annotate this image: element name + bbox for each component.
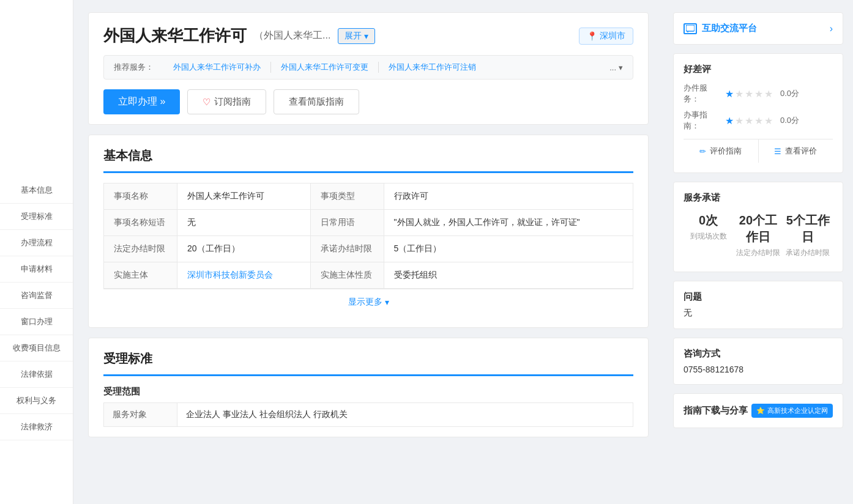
promise-label: 承诺办结时限: [783, 248, 833, 258]
show-more-button[interactable]: 显示更多 ▾: [103, 289, 633, 315]
guide-logo: ⭐ 高新技术企业认定网: [751, 404, 833, 418]
sidebar-item-law[interactable]: 法律依据: [0, 361, 73, 388]
guide-header: 指南下载与分享 ⭐ 高新技术企业认定网: [684, 404, 833, 418]
cell-label: 法定办结时限: [104, 236, 177, 262]
recommend-more[interactable]: ... ▾: [609, 63, 623, 72]
recommend-link-2[interactable]: 外国人来华工作许可变更: [271, 62, 379, 73]
consult-card: 咨询方式 0755-88121678: [673, 338, 843, 385]
legal-label: 法定办结时限: [733, 248, 783, 258]
sidebar: 基本信息 受理标准 办理流程 申请材料 咨询监督 窗口办理 收费项目信息 法律依…: [0, 0, 73, 504]
page-subtitle: （外国人来华工...: [254, 29, 330, 42]
mutual-header: 互助交流平台 ›: [684, 23, 833, 34]
location-pin-icon: 📍: [587, 31, 597, 41]
sidebar-item-process[interactable]: 办理流程: [0, 230, 73, 256]
recommend-link-1[interactable]: 外国人来华工作许可补办: [163, 62, 271, 73]
info-table: 事项名称 外国人来华工作许可 事项类型 行政许可 事项名称短语 无 日常用语 "…: [103, 183, 633, 289]
sidebar-item-fees[interactable]: 收费项目信息: [0, 335, 73, 361]
expand-label: 展开: [345, 31, 362, 42]
accept-table: 服务对象 企业法人 事业法人 社会组织法人 行政机关: [103, 402, 633, 427]
accept-title: 受理标准: [103, 350, 633, 367]
cell-label: 实施主体性质: [310, 262, 384, 289]
mutual-exchange-card: 互助交流平台 ›: [673, 12, 843, 45]
star-4: ★: [754, 88, 763, 100]
chat-icon: [684, 23, 697, 34]
apply-label: 立即办理 »: [118, 95, 165, 108]
sidebar-item-rights[interactable]: 权利与义务: [0, 388, 73, 414]
legal-days: 20个工作日: [733, 212, 783, 245]
cell-value: 无: [177, 210, 311, 236]
rating-actions: ✏ 评价指南 ☰ 查看评价: [684, 139, 833, 163]
problem-value: 无: [684, 308, 833, 319]
cell-label: 事项名称短语: [104, 210, 177, 236]
sidebar-item-basic[interactable]: 基本信息: [0, 177, 73, 204]
expand-button[interactable]: 展开 ▾: [338, 28, 375, 44]
guide-logo-text: 高新技术企业认定网: [767, 406, 828, 415]
show-more-chevron-icon: ▾: [385, 297, 389, 307]
recommend-link-3[interactable]: 外国人来华工作许可注销: [379, 62, 486, 73]
sidebar-item-consult[interactable]: 咨询监督: [0, 283, 73, 309]
subscribe-label: 订阅指南: [214, 96, 251, 108]
mutual-chevron-icon[interactable]: ›: [830, 23, 833, 34]
location-badge[interactable]: 📍 深圳市: [579, 28, 633, 45]
service-stats: 0次 到现场次数 20个工作日 法定办结时限 5个工作日 承诺办结时限: [684, 212, 833, 258]
star-5: ★: [764, 88, 773, 100]
list-icon: ☰: [774, 147, 781, 156]
visits-number: 0次: [684, 212, 733, 229]
sidebar-item-materials[interactable]: 申请材料: [0, 256, 73, 283]
acceptance-card: 受理标准 受理范围 服务对象 企业法人 事业法人 社会组织法人 行政机关: [88, 338, 649, 437]
cell-label: 服务对象: [104, 403, 177, 427]
view-ratings-button[interactable]: ☰ 查看评价: [759, 139, 833, 163]
guide-label: 查看简版指南: [289, 96, 344, 108]
recommend-more-dots: ...: [609, 63, 616, 72]
cell-value: 20（工作日）: [177, 236, 311, 262]
star-g3: ★: [745, 115, 753, 127]
cell-value: "外国人就业，外国人工作许可，就业证，许可证": [384, 210, 633, 236]
cell-value: 受委托组织: [384, 262, 633, 289]
sidebar-item-accept[interactable]: 受理标准: [0, 204, 73, 230]
consult-title: 咨询方式: [684, 348, 833, 360]
star-3: ★: [745, 88, 753, 100]
recommend-links: 外国人来华工作许可补办 外国人来华工作许可变更 外国人来华工作许可注销: [163, 62, 595, 73]
service-title: 服务承诺: [684, 192, 833, 204]
rating-title: 好差评: [684, 64, 833, 75]
section-divider: [103, 171, 633, 173]
right-panel: 互助交流平台 › 好差评 办件服务： ★ ★ ★ ★ ★ 0.0分 办事指南：: [663, 0, 853, 504]
location-text: 深圳市: [600, 31, 625, 42]
pencil-icon: ✏: [699, 147, 706, 156]
cell-label: 承诺办结时限: [310, 236, 384, 262]
star-g5: ★: [764, 115, 773, 127]
star-g2: ★: [735, 115, 743, 127]
mutual-label: 互助交流平台: [702, 23, 757, 34]
sidebar-item-remedy[interactable]: 法律救济: [0, 414, 73, 440]
sidebar-item-window[interactable]: 窗口办理: [0, 309, 73, 335]
accept-sub-title: 受理范围: [103, 386, 633, 398]
table-row: 事项名称短语 无 日常用语 "外国人就业，外国人工作许可，就业证，许可证": [104, 210, 633, 236]
cell-value-link[interactable]: 深圳市科技创新委员会: [177, 262, 311, 289]
cell-value: 行政许可: [384, 183, 633, 210]
section-divider-2: [103, 374, 633, 376]
rating-service-row: 办件服务： ★ ★ ★ ★ ★ 0.0分: [684, 83, 833, 105]
table-row: 事项名称 外国人来华工作许可 事项类型 行政许可: [104, 183, 633, 210]
subscribe-button[interactable]: ♡ 订阅指南: [187, 89, 266, 114]
legal-stat: 20个工作日 法定办结时限: [733, 212, 783, 258]
expand-chevron-icon: ▾: [364, 31, 368, 41]
cell-value: 外国人来华工作许可: [177, 183, 311, 210]
star-2: ★: [735, 88, 743, 100]
guide-stars: ★ ★ ★ ★ ★: [725, 115, 773, 127]
rating-service-label: 办件服务：: [684, 83, 720, 105]
rating-card: 好差评 办件服务： ★ ★ ★ ★ ★ 0.0分 办事指南： ★ ★ ★ ★: [673, 53, 843, 173]
svg-rect-0: [686, 25, 695, 31]
guide-download-title: 指南下载与分享: [684, 405, 748, 417]
rate-guide-button[interactable]: ✏ 评价指南: [684, 139, 759, 163]
recommend-more-chevron-icon: ▾: [619, 63, 623, 72]
guide-button[interactable]: 查看简版指南: [274, 89, 359, 114]
page-title: 外国人来华工作许可: [103, 25, 247, 46]
service-score: 0.0分: [780, 88, 799, 99]
cell-value: 5（工作日）: [384, 236, 633, 262]
recommend-label: 推荐服务：: [114, 62, 154, 73]
basic-info-card: 基本信息 事项名称 外国人来华工作许可 事项类型 行政许可 事项名称短语 无 日…: [88, 135, 649, 328]
heart-icon: ♡: [203, 97, 210, 108]
cell-label: 日常用语: [310, 210, 384, 236]
apply-button[interactable]: 立即办理 »: [103, 89, 180, 114]
table-row: 实施主体 深圳市科技创新委员会 实施主体性质 受委托组织: [104, 262, 633, 289]
